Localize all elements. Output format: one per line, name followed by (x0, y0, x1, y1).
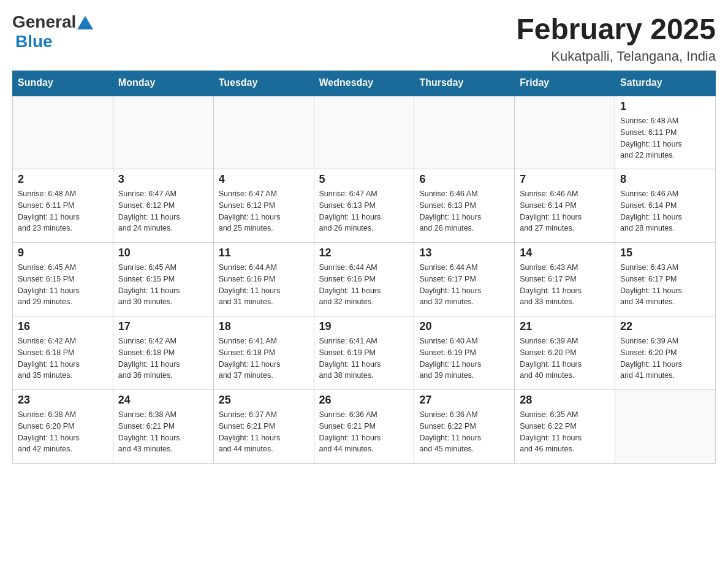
day-number: 3 (118, 173, 208, 186)
day-info: Sunrise: 6:43 AMSunset: 6:17 PMDaylight:… (520, 262, 610, 308)
weekday-header-saturday: Saturday (615, 71, 716, 96)
day-info: Sunrise: 6:47 AMSunset: 6:12 PMDaylight:… (118, 188, 208, 234)
day-number: 24 (118, 394, 208, 407)
day-info: Sunrise: 6:47 AMSunset: 6:13 PMDaylight:… (319, 188, 409, 234)
calendar-cell: 10Sunrise: 6:45 AMSunset: 6:15 PMDayligh… (113, 243, 213, 316)
day-number: 1 (620, 100, 710, 113)
calendar-cell: 11Sunrise: 6:44 AMSunset: 6:16 PMDayligh… (213, 243, 314, 316)
calendar-cell: 7Sunrise: 6:46 AMSunset: 6:14 PMDaylight… (515, 169, 615, 243)
day-info: Sunrise: 6:39 AMSunset: 6:20 PMDaylight:… (520, 335, 610, 381)
calendar-cell (113, 96, 213, 169)
day-number: 18 (219, 320, 309, 333)
day-info: Sunrise: 6:46 AMSunset: 6:14 PMDaylight:… (620, 188, 710, 234)
calendar-cell: 15Sunrise: 6:43 AMSunset: 6:17 PMDayligh… (615, 243, 716, 316)
day-number: 13 (419, 247, 509, 259)
day-info: Sunrise: 6:40 AMSunset: 6:19 PMDaylight:… (419, 335, 509, 381)
calendar-cell: 24Sunrise: 6:38 AMSunset: 6:21 PMDayligh… (113, 390, 213, 464)
calendar-title: February 2025 (516, 12, 716, 46)
calendar-cell: 16Sunrise: 6:42 AMSunset: 6:18 PMDayligh… (13, 316, 113, 390)
calendar-cell: 20Sunrise: 6:40 AMSunset: 6:19 PMDayligh… (414, 316, 515, 390)
day-number: 28 (520, 394, 610, 407)
weekday-header-tuesday: Tuesday (213, 71, 314, 96)
day-number: 8 (620, 173, 710, 186)
calendar-cell: 25Sunrise: 6:37 AMSunset: 6:21 PMDayligh… (213, 390, 314, 464)
calendar-cell: 13Sunrise: 6:44 AMSunset: 6:17 PMDayligh… (414, 243, 515, 316)
day-info: Sunrise: 6:35 AMSunset: 6:22 PMDaylight:… (520, 409, 610, 455)
day-number: 20 (419, 320, 509, 333)
day-number: 21 (520, 320, 610, 333)
calendar-cell: 12Sunrise: 6:44 AMSunset: 6:16 PMDayligh… (314, 243, 414, 316)
calendar-cell: 23Sunrise: 6:38 AMSunset: 6:20 PMDayligh… (13, 390, 113, 464)
calendar-cell (515, 96, 615, 169)
calendar-body: 1Sunrise: 6:48 AMSunset: 6:11 PMDaylight… (13, 96, 716, 464)
day-number: 9 (18, 247, 108, 259)
day-info: Sunrise: 6:37 AMSunset: 6:21 PMDaylight:… (219, 409, 309, 455)
day-info: Sunrise: 6:44 AMSunset: 6:16 PMDaylight:… (319, 262, 409, 308)
calendar-cell: 1Sunrise: 6:48 AMSunset: 6:11 PMDaylight… (615, 96, 716, 169)
day-number: 27 (419, 394, 509, 407)
day-number: 2 (18, 173, 108, 186)
calendar-week-3: 9Sunrise: 6:45 AMSunset: 6:15 PMDaylight… (13, 243, 716, 316)
calendar-cell: 22Sunrise: 6:39 AMSunset: 6:20 PMDayligh… (615, 316, 716, 390)
weekday-header-row: SundayMondayTuesdayWednesdayThursdayFrid… (13, 71, 716, 96)
svg-marker-0 (77, 16, 93, 29)
calendar-cell: 21Sunrise: 6:39 AMSunset: 6:20 PMDayligh… (515, 316, 615, 390)
calendar-cell: 6Sunrise: 6:46 AMSunset: 6:13 PMDaylight… (414, 169, 515, 243)
day-number: 19 (319, 320, 409, 333)
calendar-cell: 14Sunrise: 6:43 AMSunset: 6:17 PMDayligh… (515, 243, 615, 316)
weekday-header-friday: Friday (515, 71, 615, 96)
calendar-week-4: 16Sunrise: 6:42 AMSunset: 6:18 PMDayligh… (13, 316, 716, 390)
calendar-table: SundayMondayTuesdayWednesdayThursdayFrid… (12, 71, 716, 464)
day-number: 15 (620, 247, 710, 259)
weekday-header-wednesday: Wednesday (314, 71, 414, 96)
day-info: Sunrise: 6:48 AMSunset: 6:11 PMDaylight:… (18, 188, 108, 234)
calendar-cell (314, 96, 414, 169)
day-info: Sunrise: 6:43 AMSunset: 6:17 PMDaylight:… (620, 262, 710, 308)
day-number: 16 (18, 320, 108, 333)
logo-general-text: General (12, 12, 76, 32)
day-number: 5 (319, 173, 409, 186)
calendar-cell (414, 96, 515, 169)
weekday-header-monday: Monday (113, 71, 213, 96)
day-info: Sunrise: 6:38 AMSunset: 6:21 PMDaylight:… (118, 409, 208, 455)
calendar-cell: 17Sunrise: 6:42 AMSunset: 6:18 PMDayligh… (113, 316, 213, 390)
calendar-cell: 28Sunrise: 6:35 AMSunset: 6:22 PMDayligh… (515, 390, 615, 464)
day-number: 22 (620, 320, 710, 333)
calendar-cell (615, 390, 716, 464)
day-info: Sunrise: 6:46 AMSunset: 6:13 PMDaylight:… (419, 188, 509, 234)
calendar-week-2: 2Sunrise: 6:48 AMSunset: 6:11 PMDaylight… (13, 169, 716, 243)
calendar-cell: 19Sunrise: 6:41 AMSunset: 6:19 PMDayligh… (314, 316, 414, 390)
page-header: General Blue February 2025 Kukatpalli, T… (12, 12, 716, 64)
weekday-header-sunday: Sunday (13, 71, 113, 96)
day-number: 12 (319, 247, 409, 259)
calendar-cell: 4Sunrise: 6:47 AMSunset: 6:12 PMDaylight… (213, 169, 314, 243)
calendar-week-1: 1Sunrise: 6:48 AMSunset: 6:11 PMDaylight… (13, 96, 716, 169)
logo-blue-text: Blue (15, 32, 53, 51)
calendar-cell (13, 96, 113, 169)
day-info: Sunrise: 6:42 AMSunset: 6:18 PMDaylight:… (18, 335, 108, 381)
calendar-cell: 18Sunrise: 6:41 AMSunset: 6:18 PMDayligh… (213, 316, 314, 390)
day-info: Sunrise: 6:46 AMSunset: 6:14 PMDaylight:… (520, 188, 610, 234)
day-info: Sunrise: 6:38 AMSunset: 6:20 PMDaylight:… (18, 409, 108, 455)
day-number: 25 (219, 394, 309, 407)
day-info: Sunrise: 6:44 AMSunset: 6:16 PMDaylight:… (219, 262, 309, 308)
day-info: Sunrise: 6:41 AMSunset: 6:19 PMDaylight:… (319, 335, 409, 381)
calendar-cell (213, 96, 314, 169)
day-number: 4 (219, 173, 309, 186)
day-number: 14 (520, 247, 610, 259)
title-block: February 2025 Kukatpalli, Telangana, Ind… (516, 12, 716, 64)
day-info: Sunrise: 6:36 AMSunset: 6:21 PMDaylight:… (319, 409, 409, 455)
calendar-cell: 27Sunrise: 6:36 AMSunset: 6:22 PMDayligh… (414, 390, 515, 464)
day-info: Sunrise: 6:48 AMSunset: 6:11 PMDaylight:… (620, 115, 710, 161)
day-number: 23 (18, 394, 108, 407)
calendar-week-5: 23Sunrise: 6:38 AMSunset: 6:20 PMDayligh… (13, 390, 716, 464)
day-info: Sunrise: 6:36 AMSunset: 6:22 PMDaylight:… (419, 409, 509, 455)
day-number: 17 (118, 320, 208, 333)
day-info: Sunrise: 6:44 AMSunset: 6:17 PMDaylight:… (419, 262, 509, 308)
day-number: 26 (319, 394, 409, 407)
calendar-cell: 26Sunrise: 6:36 AMSunset: 6:21 PMDayligh… (314, 390, 414, 464)
day-info: Sunrise: 6:45 AMSunset: 6:15 PMDaylight:… (118, 262, 208, 308)
weekday-header-thursday: Thursday (414, 71, 515, 96)
day-info: Sunrise: 6:42 AMSunset: 6:18 PMDaylight:… (118, 335, 208, 381)
calendar-cell: 5Sunrise: 6:47 AMSunset: 6:13 PMDaylight… (314, 169, 414, 243)
